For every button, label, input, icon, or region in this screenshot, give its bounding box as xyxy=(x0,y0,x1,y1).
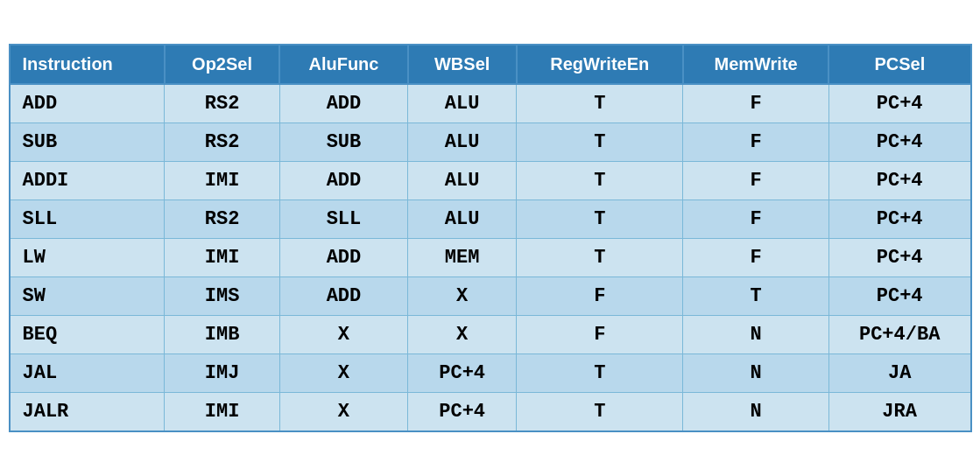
data-cell: T xyxy=(517,393,683,432)
data-cell: RS2 xyxy=(165,200,280,239)
data-cell: PC+4 xyxy=(828,277,970,316)
table-row: JALIMJXPC+4TNJA xyxy=(10,354,971,393)
instruction-cell: ADDI xyxy=(10,162,165,200)
data-cell: F xyxy=(683,84,829,123)
instruction-table: InstructionOp2SelAluFuncWBSelRegWriteEnM… xyxy=(9,44,972,432)
data-cell: F xyxy=(683,123,829,162)
data-cell: ALU xyxy=(408,123,517,162)
data-cell: ALU xyxy=(408,162,517,200)
table-row: ADDIIMIADDALUTFPC+4 xyxy=(10,162,971,200)
instruction-cell: LW xyxy=(10,239,165,277)
data-cell: F xyxy=(517,316,683,354)
data-cell: JA xyxy=(828,354,970,393)
data-cell: PC+4 xyxy=(828,200,970,239)
data-cell: ADD xyxy=(279,84,407,123)
instruction-table-container: InstructionOp2SelAluFuncWBSelRegWriteEnM… xyxy=(9,44,972,432)
data-cell: PC+4 xyxy=(828,123,970,162)
data-cell: PC+4 xyxy=(408,354,517,393)
data-cell: N xyxy=(683,354,829,393)
data-cell: IMJ xyxy=(165,354,280,393)
data-cell: ALU xyxy=(408,200,517,239)
column-header-instruction: Instruction xyxy=(10,45,165,84)
data-cell: X xyxy=(408,316,517,354)
data-cell: PC+4 xyxy=(828,84,970,123)
data-cell: F xyxy=(683,239,829,277)
data-cell: F xyxy=(683,200,829,239)
data-cell: MEM xyxy=(408,239,517,277)
data-cell: JRA xyxy=(828,393,970,432)
data-cell: PC+4 xyxy=(828,162,970,200)
data-cell: ADD xyxy=(279,239,407,277)
data-cell: N xyxy=(683,393,829,432)
data-cell: T xyxy=(517,162,683,200)
data-cell: T xyxy=(517,84,683,123)
data-cell: IMI xyxy=(165,393,280,432)
table-row: ADDRS2ADDALUTFPC+4 xyxy=(10,84,971,123)
data-cell: PC+4/BA xyxy=(828,316,970,354)
data-cell: SUB xyxy=(279,123,407,162)
column-header-memwrite: MemWrite xyxy=(683,45,829,84)
table-body: ADDRS2ADDALUTFPC+4SUBRS2SUBALUTFPC+4ADDI… xyxy=(10,84,971,431)
instruction-cell: JAL xyxy=(10,354,165,393)
data-cell: T xyxy=(517,239,683,277)
data-cell: PC+4 xyxy=(828,239,970,277)
column-header-wbsel: WBSel xyxy=(408,45,517,84)
data-cell: ADD xyxy=(279,162,407,200)
data-cell: X xyxy=(279,393,407,432)
data-cell: T xyxy=(517,123,683,162)
data-cell: RS2 xyxy=(165,123,280,162)
column-header-pcsel: PCSel xyxy=(828,45,970,84)
data-cell: F xyxy=(683,162,829,200)
data-cell: SLL xyxy=(279,200,407,239)
instruction-cell: ADD xyxy=(10,84,165,123)
column-header-alufunc: AluFunc xyxy=(279,45,407,84)
data-cell: ALU xyxy=(408,84,517,123)
instruction-cell: SUB xyxy=(10,123,165,162)
table-row: SLLRS2SLLALUTFPC+4 xyxy=(10,200,971,239)
data-cell: IMI xyxy=(165,239,280,277)
data-cell: IMB xyxy=(165,316,280,354)
data-cell: F xyxy=(517,277,683,316)
data-cell: ADD xyxy=(279,277,407,316)
table-row: SUBRS2SUBALUTFPC+4 xyxy=(10,123,971,162)
data-cell: T xyxy=(517,200,683,239)
instruction-cell: SW xyxy=(10,277,165,316)
instruction-cell: BEQ xyxy=(10,316,165,354)
data-cell: X xyxy=(279,316,407,354)
column-header-regwriteen: RegWriteEn xyxy=(517,45,683,84)
table-header-row: InstructionOp2SelAluFuncWBSelRegWriteEnM… xyxy=(10,45,971,84)
column-header-op2sel: Op2Sel xyxy=(165,45,280,84)
data-cell: IMI xyxy=(165,162,280,200)
data-cell: X xyxy=(279,354,407,393)
data-cell: T xyxy=(517,354,683,393)
table-row: LWIMIADDMEMTFPC+4 xyxy=(10,239,971,277)
data-cell: X xyxy=(408,277,517,316)
data-cell: IMS xyxy=(165,277,280,316)
table-row: SWIMSADDXFTPC+4 xyxy=(10,277,971,316)
data-cell: RS2 xyxy=(165,84,280,123)
instruction-cell: JALR xyxy=(10,393,165,432)
table-row: JALRIMIXPC+4TNJRA xyxy=(10,393,971,432)
data-cell: T xyxy=(683,277,829,316)
data-cell: N xyxy=(683,316,829,354)
table-row: BEQIMBXXFNPC+4/BA xyxy=(10,316,971,354)
data-cell: PC+4 xyxy=(408,393,517,432)
instruction-cell: SLL xyxy=(10,200,165,239)
